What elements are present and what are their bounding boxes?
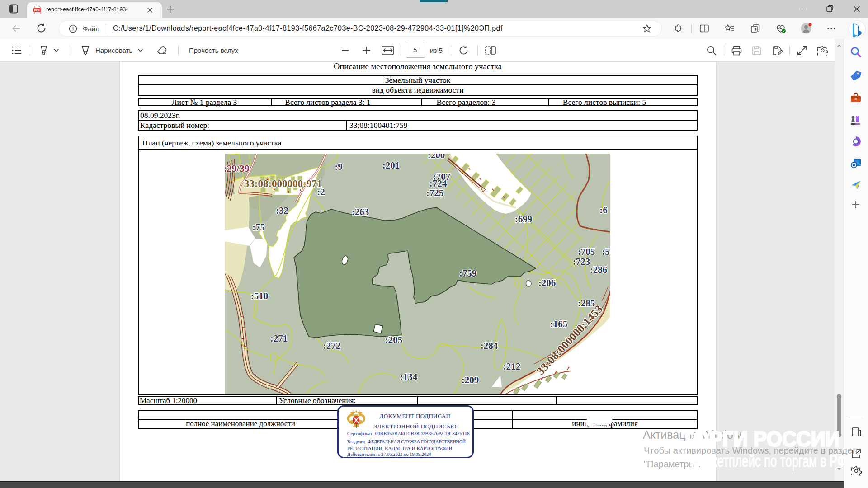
- svg-text::200: :200: [428, 154, 445, 160]
- svg-text::723: :723: [573, 256, 590, 267]
- svg-text::201: :201: [382, 160, 400, 171]
- svg-text:PDF: PDF: [34, 9, 40, 12]
- svg-text::2: :2: [317, 187, 325, 197]
- svg-text::705: :705: [578, 246, 595, 257]
- svg-text::759: :759: [459, 268, 477, 279]
- svg-text::206: :206: [538, 277, 556, 288]
- svg-text::263: :263: [352, 206, 369, 217]
- svg-text::209: :209: [462, 375, 479, 385]
- svg-text::5: :5: [602, 246, 610, 257]
- svg-text:Сертификат: 00BB056B7401CB38D2: Сертификат: 00BB056B7401CB38D2B3576ACDC8…: [347, 431, 470, 436]
- svg-text::271: :271: [270, 333, 288, 344]
- svg-text:ДОКУМЕНТ ПОДПИСАН: ДОКУМЕНТ ПОДПИСАН: [379, 413, 450, 419]
- svg-text::272: :272: [323, 340, 341, 351]
- svg-text::29/39: :29/39: [225, 163, 250, 174]
- svg-text:Действителен: с 27.06.2023 по: Действителен: с 27.06.2023 по 19.09.2024: [347, 452, 431, 457]
- svg-text::699: :699: [515, 214, 533, 225]
- svg-text::205: :205: [385, 334, 403, 345]
- svg-text::6: :6: [599, 205, 608, 216]
- svg-text::725: :725: [426, 188, 444, 198]
- svg-text:ЭЛЕКТРОННОЙ ПОДПИСЬЮ: ЭЛЕКТРОННОЙ ПОДПИСЬЮ: [373, 423, 457, 430]
- svg-text::32: :32: [276, 205, 288, 216]
- svg-text::134: :134: [400, 371, 418, 382]
- svg-text::9: :9: [335, 161, 343, 172]
- svg-text::75: :75: [252, 222, 265, 233]
- svg-text:33:08:000000:971: 33:08:000000:971: [244, 178, 322, 189]
- svg-text::165: :165: [550, 319, 568, 329]
- svg-text::286: :286: [590, 264, 608, 275]
- svg-text:Владелец: ФЕДЕРАЛЬНАЯ СЛУЖБА Г: Владелец: ФЕДЕРАЛЬНАЯ СЛУЖБА ГОСУДАРСТВЕ…: [347, 439, 466, 444]
- svg-text::284: :284: [481, 340, 498, 351]
- svg-text:РЕГИСТРАЦИИ, КАДАСТРА И КАРТОГ: РЕГИСТРАЦИИ, КАДАСТРА И КАРТОГРАФИИ: [347, 446, 453, 451]
- svg-text::510: :510: [251, 291, 269, 301]
- svg-text::212: :212: [503, 361, 521, 372]
